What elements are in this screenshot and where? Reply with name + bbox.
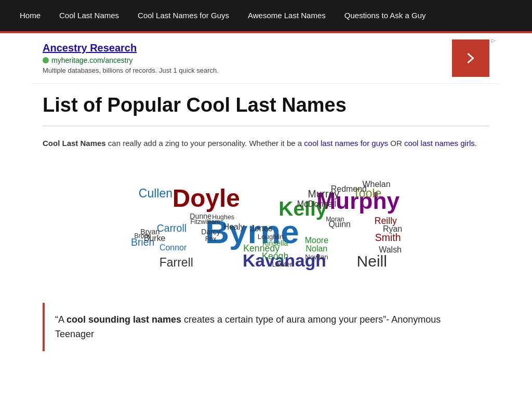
- word-cloud: DoyleByrneMurphyKellyKavanaghNeillFarrel…: [105, 163, 427, 287]
- chevron-right-icon: [463, 51, 478, 65]
- nav-cool-last-names-guys[interactable]: Cool Last Names for Guys: [128, 0, 238, 31]
- ad-badge-icon: ▷: [491, 37, 496, 43]
- quote-open: “A: [55, 314, 66, 325]
- quote-bold: cool sounding last names: [66, 314, 181, 325]
- svg-text:Dunne: Dunne: [190, 212, 211, 220]
- page-title: List of Popular Cool Last Names: [43, 94, 489, 116]
- svg-text:Fox: Fox: [205, 235, 217, 243]
- svg-text:Moore: Moore: [305, 236, 328, 245]
- svg-text:Connor: Connor: [159, 243, 187, 251]
- ad-badge: ▷: [491, 37, 496, 43]
- svg-text:Doyle: Doyle: [172, 184, 240, 211]
- intro-paragraph: Cool Last Names can really add a zing to…: [43, 137, 489, 150]
- word-cloud-svg: DoyleByrneMurphyKellyKavanaghNeillFarrel…: [105, 163, 427, 287]
- intro-text2: OR: [388, 139, 404, 148]
- nav-awesome-last-names[interactable]: Awesome Last Names: [238, 0, 335, 31]
- svg-text:Neill: Neill: [356, 252, 387, 269]
- ad-title[interactable]: Ancestry Research: [43, 42, 442, 54]
- ad-arrow-button[interactable]: [452, 39, 489, 77]
- svg-text:Nowlan: Nowlan: [305, 253, 328, 261]
- svg-text:Walsh: Walsh: [379, 245, 402, 254]
- intro-bold: Cool Last Names: [43, 139, 106, 148]
- ad-domain-text[interactable]: myheritage.com/ancestry: [51, 56, 132, 64]
- svg-text:Farrell: Farrell: [159, 255, 193, 269]
- nav-questions-ask-guy[interactable]: Questions to Ask a Guy: [335, 0, 435, 31]
- svg-text:Smith: Smith: [375, 232, 401, 243]
- svg-text:Loughlin: Loughlin: [258, 232, 284, 240]
- svg-text:Redmond: Redmond: [331, 184, 367, 193]
- main-nav: Home Cool Last Names Cool Last Names for…: [0, 0, 532, 31]
- svg-text:Ryan: Ryan: [383, 224, 402, 233]
- link-cool-girls[interactable]: cool last names girls.: [404, 139, 477, 148]
- quote-block: “A cool sounding last names creates a ce…: [43, 303, 489, 352]
- svg-text:Jones: Jones: [250, 223, 273, 232]
- svg-text:Nolan: Nolan: [306, 244, 328, 253]
- intro-text1: can really add a zing to your personalit…: [106, 139, 304, 148]
- svg-text:Carroll: Carroll: [157, 222, 187, 234]
- ad-description: Multiple databases, billions of records.…: [43, 66, 442, 74]
- quote-text: “A cool sounding last names creates a ce…: [55, 312, 479, 342]
- svg-text:Moran: Moran: [326, 215, 344, 222]
- nav-home[interactable]: Home: [10, 0, 50, 31]
- ad-text-block: Ancestry Research myheritage.com/ancestr…: [43, 42, 442, 74]
- main-content: List of Popular Cool Last Names Cool Las…: [32, 84, 500, 372]
- svg-text:Whelan: Whelan: [363, 180, 391, 189]
- ad-green-dot: [43, 57, 49, 63]
- ad-banner: Ancestry Research myheritage.com/ancestr…: [32, 33, 500, 84]
- nav-cool-last-names[interactable]: Cool Last Names: [50, 0, 128, 31]
- svg-text:Hughes: Hughes: [212, 214, 234, 221]
- svg-text:Lawler: Lawler: [272, 260, 292, 268]
- title-divider: [43, 126, 489, 126]
- link-cool-guys[interactable]: cool last names for guys: [304, 139, 388, 148]
- svg-text:McDonnell: McDonnell: [297, 199, 336, 208]
- svg-text:Healy: Healy: [223, 222, 245, 231]
- svg-text:Brody: Brody: [134, 232, 151, 239]
- ad-domain-row: myheritage.com/ancestry: [43, 56, 442, 64]
- svg-text:Cullen: Cullen: [139, 186, 172, 200]
